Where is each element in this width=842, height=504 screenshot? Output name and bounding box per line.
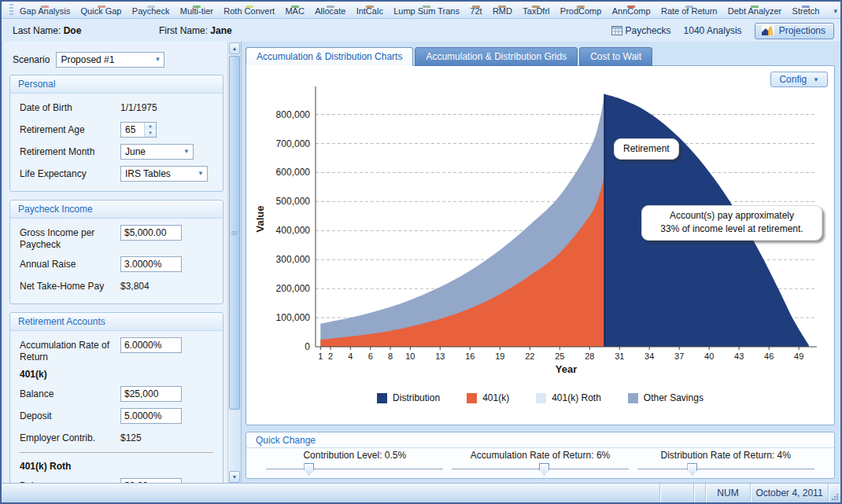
multi-tier-icon <box>193 6 201 8</box>
svg-text:10: 10 <box>405 351 415 361</box>
chart-callout-2: Account(s) pay approximately 33% of inco… <box>641 205 822 241</box>
balance-input[interactable] <box>120 386 182 402</box>
slider-thumb[interactable] <box>539 463 549 476</box>
employer-contrib-value: $125 <box>120 430 142 443</box>
net-take-home-pay-value: $3,804 <box>120 278 150 292</box>
field-label: Life Expectancy <box>20 166 113 180</box>
field-row-gross-income-per-paycheck: Gross Income per Paycheck <box>20 225 215 251</box>
slider-thumb[interactable] <box>687 463 697 476</box>
svg-text:Value: Value <box>254 206 266 233</box>
toolbar-item-prodcomp[interactable]: ProdComp <box>559 6 604 18</box>
annual-raise-input[interactable] <box>120 256 182 272</box>
toolbar-item-taxdfrl[interactable]: TaxDfrl <box>521 6 551 18</box>
sidebar-groups: PersonalDate of Birth1/1/1975Retirement … <box>9 75 223 484</box>
svg-text:200,000: 200,000 <box>276 283 311 294</box>
toolbar-item-lump-sum-trans[interactable]: Lump Sum Trans <box>392 6 461 18</box>
tab-accumulation-distribution-charts[interactable]: Accumulation & Distribution Charts <box>246 47 413 66</box>
legend-item-other-savings: Other Savings <box>628 392 704 403</box>
rmd-icon <box>498 6 506 8</box>
scroll-up-icon[interactable]: ▲ <box>229 42 240 54</box>
subsection-401-k: 401(k) <box>20 369 215 380</box>
deposit-input[interactable] <box>120 408 182 424</box>
svg-text:8: 8 <box>388 351 393 361</box>
toolbar-item-paycheck[interactable]: Paycheck <box>131 6 172 18</box>
svg-text:100,000: 100,000 <box>276 312 311 323</box>
field-label: Date of Birth <box>20 100 113 114</box>
toolbar-item-stretch[interactable]: Stretch <box>791 6 822 18</box>
chevron-down-icon: ▼ <box>154 56 161 63</box>
life-expectancy-dropdown[interactable]: IRS Tables▼ <box>120 166 208 182</box>
prodcomp-icon <box>577 6 585 8</box>
toolbar-item-72t[interactable]: 72t <box>468 6 483 18</box>
mac-icon <box>291 6 299 8</box>
toolbar-item-rmd[interactable]: RMD <box>491 6 514 18</box>
toolbar-item-multi-tier[interactable]: Multi-tier <box>179 6 215 18</box>
dropdown-value: IRS Tables <box>125 168 171 179</box>
toolbar-item-allocate[interactable]: Allocate <box>313 6 347 18</box>
sidebar-scrollbar[interactable]: ▲ ▼ <box>227 42 241 484</box>
accumulation-rate-of-return-input[interactable] <box>120 337 182 353</box>
status-num-indicator: NUM <box>705 484 750 502</box>
config-button[interactable]: Config▼ <box>770 72 828 87</box>
field-row-employer-contrib: Employer Contrib.$125 <box>20 430 215 447</box>
group-title: Retirement Accounts <box>10 313 223 331</box>
scrollbar-thumb[interactable] <box>229 56 240 410</box>
field-label: Retirement Age <box>20 122 113 136</box>
slider-track-line <box>266 469 443 469</box>
group-personal: PersonalDate of Birth1/1/1975Retirement … <box>9 75 223 192</box>
stretch-icon <box>802 6 810 8</box>
slider-track[interactable] <box>266 462 443 476</box>
field-row-deposit: Deposit <box>20 408 215 425</box>
scroll-down-icon[interactable]: ▼ <box>229 471 240 483</box>
svg-text:0: 0 <box>305 341 310 352</box>
stepper-up-icon[interactable]: ▲ <box>145 123 156 130</box>
slider-track[interactable] <box>452 462 629 476</box>
gross-income-per-paycheck-input[interactable] <box>120 225 182 241</box>
svg-text:46: 46 <box>764 351 774 361</box>
svg-text:700,000: 700,000 <box>276 138 311 149</box>
toolbar-item-anncomp[interactable]: AnnComp <box>611 6 652 18</box>
resize-grip-icon[interactable] <box>828 484 840 502</box>
field-row-balance: Balance <box>20 386 215 403</box>
svg-text:16: 16 <box>465 351 475 361</box>
legend-swatch-icon <box>377 393 387 403</box>
sidebar: Scenario Proposed #1 ▼ PersonalDate of B… <box>3 42 242 484</box>
toolbar-item-mac[interactable]: MAC <box>283 6 305 18</box>
retirement-month-dropdown[interactable]: June▼ <box>120 144 194 160</box>
toolbar-item-quick-gap[interactable]: Quick Gap <box>79 6 124 18</box>
scenario-dropdown[interactable]: Proposed #1 ▼ <box>56 52 164 68</box>
field-label: Deposit <box>20 408 113 422</box>
legend-label: 401(k) <box>482 392 509 403</box>
field-label: Balance <box>20 386 113 400</box>
group-title: Paycheck Income <box>10 200 223 219</box>
toolbar-item-gap-analysis[interactable]: Gap Analysis <box>18 6 72 18</box>
tab-accumulation-distribution-grids[interactable]: Accumulation & Distribution Grids <box>415 47 578 66</box>
paychecks-button[interactable]: Paychecks <box>611 25 671 36</box>
toolbar-overflow-chevron-icon[interactable]: ▾ <box>832 7 840 18</box>
1040-analysis-button[interactable]: 1040 Analysis <box>684 25 742 36</box>
slider-label: Distribution Rate of Return: 4% <box>633 450 818 461</box>
toolbar-item-intcalc[interactable]: IntCalc <box>355 6 385 18</box>
tab-strip: Accumulation & Distribution ChartsAccumu… <box>246 47 654 66</box>
slider-track[interactable] <box>637 462 814 476</box>
projections-button[interactable]: Projections <box>755 23 834 39</box>
scenario-label: Scenario <box>13 54 50 65</box>
svg-text:40: 40 <box>704 351 714 361</box>
tab-cost-to-wait[interactable]: Cost to Wait <box>579 47 652 66</box>
retirement-age-stepper[interactable]: 65▲▼ <box>120 122 157 138</box>
toolbar-item-roth-convert[interactable]: Roth Convert <box>222 6 276 18</box>
svg-text:19: 19 <box>495 351 504 361</box>
slider-thumb[interactable] <box>304 463 314 476</box>
toolbar-item-debt-analyzer[interactable]: Debt Analyzer <box>726 6 783 18</box>
status-cell-empty-1 <box>659 484 693 502</box>
slider-distribution-rate-of-return: Distribution Rate of Return: 4% <box>633 450 818 476</box>
quick-change-title: Quick Change <box>246 432 834 448</box>
toolbar-item-rate-of-return[interactable]: Rate of Return <box>659 6 719 18</box>
stepper-down-icon[interactable]: ▼ <box>145 130 156 137</box>
svg-text:1: 1 <box>318 351 323 361</box>
svg-text:13: 13 <box>435 351 445 361</box>
svg-text:4: 4 <box>348 351 353 361</box>
chart-legend: Distribution401(k)401(k) RothOther Savin… <box>246 392 834 403</box>
toolbar-grip-icon[interactable] <box>9 4 13 17</box>
roth-convert-icon <box>246 6 253 8</box>
